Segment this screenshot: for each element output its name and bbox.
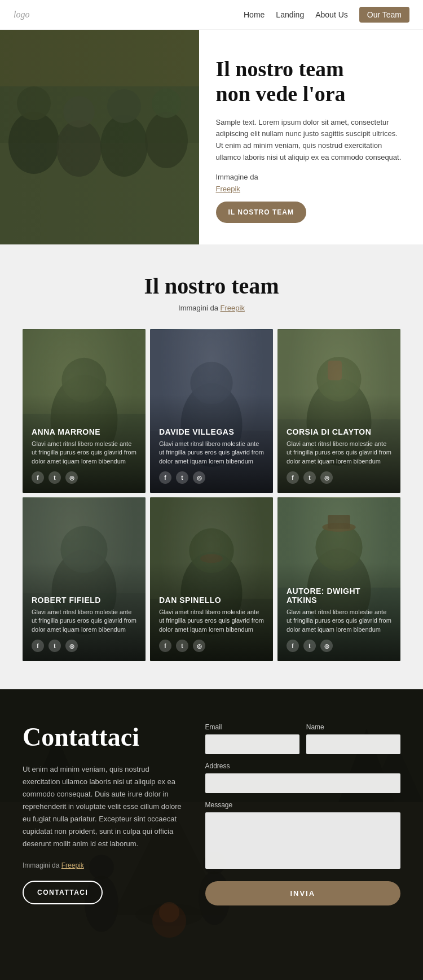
team-member-1-social: f t ◎ — [32, 471, 136, 484]
contact-description: Ut enim ad minim veniam, quis nostrud ex… — [23, 763, 183, 851]
twitter-icon-2[interactable]: t — [176, 471, 188, 484]
team-member-1-desc: Glavi amet ritnsl libero molestie ante u… — [32, 440, 136, 466]
logo: logo — [14, 10, 29, 20]
instagram-icon-4[interactable]: ◎ — [65, 640, 78, 652]
facebook-icon-2[interactable]: f — [159, 471, 171, 484]
svg-point-7 — [107, 89, 141, 123]
email-group: Email — [205, 723, 299, 754]
facebook-icon-3[interactable]: f — [287, 471, 299, 484]
team-member-6-name: AUTORE: DWIGHT ATKINS — [287, 587, 391, 605]
hero-freepik-anchor[interactable]: Freepik — [216, 185, 240, 193]
svg-point-9 — [152, 89, 181, 118]
team-member-1-name: ANNA MARRONE — [32, 427, 136, 436]
nav-home[interactable]: Home — [244, 10, 265, 19]
team-member-6-social: f t ◎ — [287, 640, 391, 652]
name-input[interactable] — [306, 734, 400, 754]
twitter-icon-4[interactable]: t — [49, 640, 61, 652]
form-row-1: Email Name — [205, 723, 401, 754]
team-member-2-social: f t ◎ — [159, 471, 264, 484]
team-member-3-social: f t ◎ — [287, 471, 391, 484]
team-card-2-content: DAVIDE VILLEGAS Glavi amet ritnsl libero… — [150, 418, 273, 493]
name-group: Name — [306, 723, 400, 754]
contact-title: Contattaci — [23, 723, 183, 752]
hero-description: Sample text. Lorem ipsum dolor sit amet,… — [216, 117, 407, 164]
svg-point-2 — [8, 112, 59, 174]
contattaci-button[interactable]: CONTATTACI — [23, 881, 103, 904]
svg-point-6 — [100, 115, 148, 177]
contact-inner: Contattaci Ut enim ad minim veniam, quis… — [0, 689, 423, 939]
address-group: Address — [205, 762, 401, 793]
team-card-4: ROBERT FIFIELD Glavi amet ritnsl libero … — [23, 497, 146, 661]
team-card-3: CORSIA DI CLAYTON Glavi amet ritnsl libe… — [277, 329, 400, 493]
facebook-icon-4[interactable]: f — [32, 640, 44, 652]
facebook-icon-6[interactable]: f — [287, 640, 299, 652]
nav-ourteam[interactable]: Our Team — [359, 7, 409, 23]
nav-about[interactable]: About Us — [315, 10, 348, 19]
name-label: Name — [306, 723, 400, 731]
team-member-4-desc: Glavi amet ritnsl libero molestie ante u… — [32, 608, 136, 634]
twitter-icon-5[interactable]: t — [176, 640, 188, 652]
nav-landing[interactable]: Landing — [276, 10, 304, 19]
instagram-icon-5[interactable]: ◎ — [193, 640, 205, 652]
contact-form: Email Name Address Message — [205, 723, 401, 905]
hero-freepik-link: Freepik — [216, 183, 407, 194]
svg-point-5 — [63, 96, 95, 128]
team-section-title: Il nostro team — [23, 273, 400, 299]
team-member-5-desc: Glavi amet ritnsl libero molestie ante u… — [159, 608, 264, 634]
navbar: logo Home Landing About Us Our Team — [0, 0, 423, 30]
svg-point-3 — [17, 86, 51, 120]
instagram-icon-3[interactable]: ◎ — [320, 471, 333, 484]
team-card-1: ANNA MARRONE Glavi amet ritnsl libero mo… — [23, 329, 146, 493]
hero-title: Il nostro team non vede l'ora — [216, 57, 407, 106]
team-section: Il nostro team Immagini da Freepik ANNA … — [0, 244, 423, 689]
team-section-credit: Immagini da Freepik — [23, 304, 400, 312]
facebook-icon-1[interactable]: f — [32, 471, 44, 484]
hero-section: Il nostro team non vede l'ora Sample tex… — [0, 30, 423, 244]
hero-content: Il nostro team non vede l'ora Sample tex… — [199, 30, 424, 244]
team-grid: ANNA MARRONE Glavi amet ritnsl libero mo… — [23, 329, 400, 661]
address-label: Address — [205, 762, 401, 770]
form-row-2: Address — [205, 762, 401, 793]
form-row-3: Message — [205, 801, 401, 869]
message-label: Message — [205, 801, 401, 809]
svg-rect-10 — [0, 30, 199, 244]
hero-image — [0, 30, 199, 244]
team-member-3-desc: Glavi amet ritnsl libero molestie ante u… — [287, 440, 391, 466]
twitter-icon-6[interactable]: t — [303, 640, 316, 652]
contact-left: Contattaci Ut enim ad minim veniam, quis… — [23, 723, 183, 905]
facebook-icon-5[interactable]: f — [159, 640, 171, 652]
hero-image-credit: Immagine da — [216, 173, 407, 181]
submit-button[interactable]: INVIA — [205, 881, 401, 905]
twitter-icon-1[interactable]: t — [49, 471, 61, 484]
instagram-icon-1[interactable]: ◎ — [65, 471, 78, 484]
email-input[interactable] — [205, 734, 299, 754]
team-member-5-name: DAN SPINELLO — [159, 596, 264, 605]
instagram-icon-2[interactable]: ◎ — [193, 471, 205, 484]
team-member-2-desc: Glavi amet ritnsl libero molestie ante u… — [159, 440, 264, 466]
nav-links: Home Landing About Us Our Team — [244, 7, 409, 23]
team-card-6: AUTORE: DWIGHT ATKINS Glavi amet ritnsl … — [277, 497, 400, 661]
team-member-2-name: DAVIDE VILLEGAS — [159, 427, 264, 436]
team-member-4-name: ROBERT FIFIELD — [32, 596, 136, 605]
message-textarea[interactable] — [205, 812, 401, 869]
svg-point-4 — [56, 120, 102, 177]
team-freepik-link[interactable]: Freepik — [221, 304, 245, 312]
team-member-3-name: CORSIA DI CLAYTON — [287, 427, 391, 436]
team-card-2: DAVIDE VILLEGAS Glavi amet ritnsl libero… — [150, 329, 273, 493]
message-group: Message — [205, 801, 401, 869]
svg-rect-0 — [0, 30, 199, 244]
svg-rect-11 — [0, 30, 199, 86]
team-card-4-content: ROBERT FIFIELD Glavi amet ritnsl libero … — [23, 587, 146, 661]
svg-point-8 — [145, 112, 188, 168]
twitter-icon-3[interactable]: t — [303, 471, 316, 484]
hero-image-overlay — [0, 30, 199, 244]
contact-image-credit: Immagini da Freepik — [23, 861, 183, 869]
email-label: Email — [205, 723, 299, 731]
team-card-5-content: DAN SPINELLO Glavi amet ritnsl libero mo… — [150, 587, 273, 661]
address-input[interactable] — [205, 773, 401, 793]
instagram-icon-6[interactable]: ◎ — [320, 640, 333, 652]
hero-team-button[interactable]: IL NOSTRO TEAM — [216, 202, 306, 223]
team-card-6-content: AUTORE: DWIGHT ATKINS Glavi amet ritnsl … — [277, 578, 400, 661]
contact-freepik-link[interactable]: Freepik — [61, 861, 84, 869]
team-member-6-desc: Glavi amet ritnsl libero molestie ante u… — [287, 608, 391, 634]
